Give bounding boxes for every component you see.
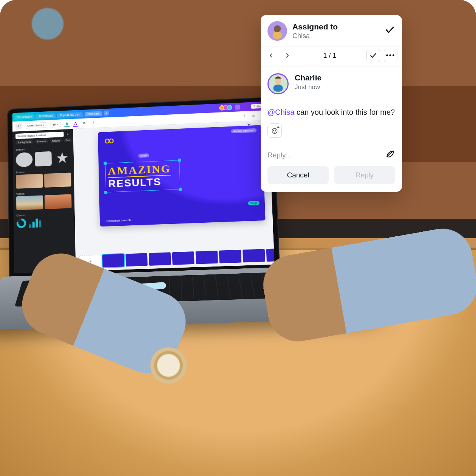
tab-presentation[interactable]: Presentation <box>14 114 34 120</box>
svg-point-0 <box>274 25 281 32</box>
prev-comment-button[interactable] <box>265 49 277 62</box>
svg-rect-3 <box>273 85 283 91</box>
font-family-select[interactable]: Open Sans ▾ <box>25 122 47 129</box>
next-comment-button[interactable] <box>281 49 293 62</box>
svg-point-5 <box>274 130 274 131</box>
chevron-down-icon: ▾ <box>57 123 59 126</box>
slide-logo: OO <box>105 137 113 145</box>
slide-thumb[interactable] <box>219 250 242 263</box>
slide-thumb[interactable] <box>149 252 171 266</box>
comment-counter: 1 / 1 <box>297 52 363 60</box>
copy-icon[interactable]: ⧉ <box>250 114 257 117</box>
chart-donut[interactable] <box>17 218 26 228</box>
bold-button[interactable]: B <box>81 120 87 126</box>
undo-button[interactable] <box>15 123 22 129</box>
slide-thumb[interactable] <box>125 253 147 266</box>
chip-background[interactable]: Background <box>15 140 34 145</box>
font-family-value: Open Sans <box>27 123 42 127</box>
search-input[interactable]: Search photos & videos <box>15 132 64 139</box>
filters-icon[interactable]: ≡ <box>65 131 70 137</box>
collaborator-avatars[interactable] <box>221 105 232 111</box>
more-options-button[interactable]: ••• <box>384 49 397 62</box>
shape-star[interactable]: ★ <box>54 151 71 166</box>
add-reaction-button[interactable] <box>267 123 282 138</box>
shape-rounded-square[interactable] <box>35 151 52 166</box>
design-editor: Presentation Draft Report Pop's B-day Ca… <box>12 102 275 273</box>
photo-background: Presentation Draft Report Pop's B-day Ca… <box>0 0 476 476</box>
laptop-bezel: Presentation Draft Report Pop's B-day Ca… <box>7 97 280 280</box>
svg-rect-1 <box>272 32 282 39</box>
cancel-button[interactable]: Cancel <box>267 166 329 184</box>
video-thumb[interactable] <box>16 195 43 210</box>
comment-text-rest: can you look into this for me? <box>294 108 395 116</box>
svg-point-6 <box>275 130 276 131</box>
slide[interactable]: OO Mitch Andrew Randolph Sonja AMAZING R… <box>98 125 266 226</box>
presence-pill: Andrew Randolph <box>231 128 257 134</box>
chart-bars[interactable] <box>29 218 42 228</box>
text-color-icon[interactable]: A <box>64 121 70 127</box>
font-size-select[interactable]: 16 ▾ <box>50 122 61 128</box>
invite-button[interactable]: + <box>235 105 240 110</box>
headline-line-1: AMAZING <box>108 162 171 178</box>
comment-popover: Assigned to Chisa 1 / 1 ••• <box>261 15 402 192</box>
comment-text: @Chisa can you look into this for me? <box>267 106 395 118</box>
comment-timestamp: Just now <box>295 83 395 91</box>
chip-nature[interactable]: Nature <box>50 139 62 143</box>
svg-point-2 <box>275 78 281 85</box>
reply-input[interactable]: Reply... <box>267 151 382 159</box>
canvas-area: ➤ OO Mitch Andrew Randolph Sonja AMAZING… <box>73 120 275 271</box>
slide-thumb[interactable] <box>172 251 195 265</box>
resolve-check-icon[interactable] <box>385 25 395 37</box>
presence-pill: Mitch <box>138 153 149 158</box>
italic-button[interactable]: I <box>90 120 96 126</box>
chevron-down-icon: ▾ <box>43 123 45 126</box>
chip-sun[interactable]: Sun <box>63 138 73 143</box>
shape-circle[interactable] <box>16 152 33 167</box>
presence-pill: Sonja <box>248 201 259 205</box>
mark-done-button[interactable] <box>366 49 380 62</box>
new-tab-button[interactable]: + <box>104 111 109 116</box>
slide-thumb[interactable] <box>243 249 265 262</box>
tab-pitch-deck[interactable]: Pitch deck <box>85 111 102 117</box>
selected-text-frame[interactable]: AMAZING RESULTS <box>105 160 180 193</box>
assist-leaf-icon[interactable] <box>385 149 395 161</box>
mention[interactable]: @Chisa <box>267 108 294 116</box>
assignee-avatar[interactable] <box>267 21 287 41</box>
photo-thumb[interactable] <box>44 173 71 188</box>
font-size-value: 16 <box>53 123 56 126</box>
slide-thumb[interactable] <box>266 248 275 262</box>
commenter-avatar[interactable] <box>267 73 289 94</box>
highlight-color-icon[interactable]: A <box>73 121 79 127</box>
headline-line-2: RESULTS <box>108 175 178 190</box>
assigned-label: Assigned to <box>292 22 379 31</box>
chip-flowers[interactable]: Flowers <box>35 139 49 144</box>
svg-point-4 <box>272 128 277 133</box>
slide-thumb[interactable] <box>102 254 124 268</box>
commenter-name: Charlie <box>295 73 395 82</box>
photo-thumb[interactable] <box>16 174 43 189</box>
slide-footer: Campaign Launch <box>107 219 131 223</box>
download-icon[interactable]: ⬇ <box>243 105 249 108</box>
video-thumb[interactable] <box>45 194 72 209</box>
tab-draft-report[interactable]: Draft Report <box>36 113 56 119</box>
reply-button[interactable]: Reply <box>334 166 395 184</box>
tab-bday-card[interactable]: Pop's B-day Card <box>57 112 83 117</box>
assignee-name: Chisa <box>292 32 379 40</box>
slide-thumb[interactable] <box>196 251 218 264</box>
assets-sidebar: Search photos & videos ≡ Background Flow… <box>12 129 76 273</box>
upload-icon[interactable]: ⤴ <box>241 114 247 118</box>
